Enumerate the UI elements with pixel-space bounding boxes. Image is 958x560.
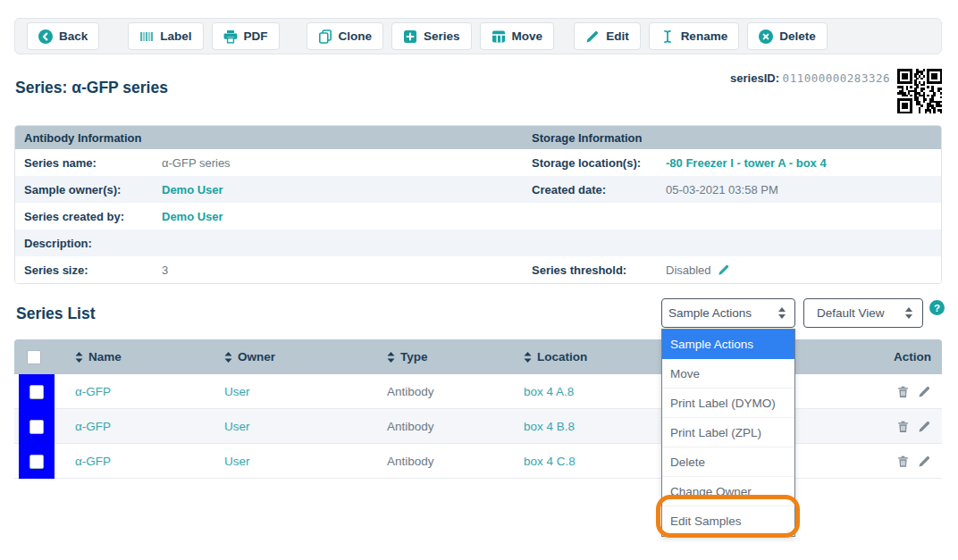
storage-info-header: Storage Information [532, 131, 941, 145]
sample-actions-menu: Sample Actions Move Print Label (DYMO) P… [661, 329, 795, 537]
delete-button[interactable]: Delete [747, 22, 828, 50]
sample-owner-label: Sample owner(s): [24, 183, 162, 196]
menu-item-edit-samples[interactable]: Edit Samples [662, 506, 794, 536]
sample-name-link[interactable]: α-GFP [75, 420, 111, 433]
text-cursor-icon [660, 29, 675, 44]
pdf-button-label: PDF [244, 29, 268, 43]
updown-arrows-icon [904, 307, 913, 319]
series-name-label: Series name: [24, 156, 162, 170]
edit-threshold-pencil-icon[interactable] [718, 263, 730, 276]
edit-button[interactable]: Edit [574, 22, 641, 50]
series-created-by-link[interactable]: Demo User [162, 210, 532, 223]
row-checkbox[interactable] [29, 385, 44, 399]
info-table: Antibody Information Storage Information… [14, 125, 942, 284]
column-header-type[interactable]: Location Type [383, 350, 520, 364]
move-button-label: Move [512, 29, 543, 43]
created-date-value: 05-03-2021 03:58 PM [666, 183, 941, 196]
row-select-cell[interactable] [19, 409, 55, 444]
delete-row-trash-icon[interactable] [896, 420, 910, 433]
sample-name-link[interactable]: α-GFP [75, 385, 111, 398]
sample-owner-link[interactable]: Demo User [162, 183, 532, 196]
menu-item-change-owner[interactable]: Change Owner [662, 477, 794, 506]
antibody-info-header: Antibody Information [24, 131, 532, 145]
location-link[interactable]: box 4 C.8 [524, 455, 576, 468]
series-size-value: 3 [162, 263, 532, 277]
plus-square-icon [403, 29, 417, 44]
clone-button[interactable]: Clone [307, 22, 384, 50]
clone-button-label: Clone [339, 29, 373, 43]
series-threshold-value: Disabled [666, 263, 711, 277]
edit-row-pencil-icon[interactable] [918, 385, 931, 398]
page-title: Series: α-GFP series [15, 79, 168, 97]
table-row: α-GFP User Antibody box 4 B.8 [14, 409, 942, 444]
storage-location-link[interactable]: -80 Freezer I - tower A - box 4 [666, 156, 941, 170]
sort-icon [524, 352, 532, 363]
printer-icon [223, 29, 238, 44]
delete-row-trash-icon[interactable] [896, 385, 910, 398]
edit-button-label: Edit [606, 29, 629, 43]
owner-link[interactable]: User [224, 455, 250, 468]
table-icon [492, 29, 506, 44]
sort-icon [224, 352, 232, 363]
sort-icon [387, 352, 395, 363]
menu-item-move[interactable]: Move [662, 359, 794, 389]
location-link[interactable]: box 4 A.8 [524, 385, 574, 398]
location-link[interactable]: box 4 B.8 [524, 420, 575, 433]
menu-item-delete[interactable]: Delete [662, 447, 794, 477]
owner-link[interactable]: User [224, 385, 250, 398]
delete-button-label: Delete [779, 29, 816, 43]
storage-location-label: Storage location(s): [532, 156, 666, 170]
back-button-label: Back [59, 29, 88, 43]
owner-link[interactable]: User [224, 420, 250, 433]
menu-item-sample-actions[interactable]: Sample Actions [662, 330, 794, 359]
type-value: Antibody [387, 455, 434, 468]
label-button[interactable]: Label [128, 22, 203, 50]
sample-actions-select-value: Sample Actions [668, 306, 752, 320]
series-threshold-label: Series threshold: [532, 263, 666, 277]
back-circle-icon [38, 29, 53, 44]
rename-button-label: Rename [681, 29, 728, 43]
sample-name-link[interactable]: α-GFP [75, 455, 111, 468]
x-circle-icon [759, 29, 773, 44]
move-button[interactable]: Move [480, 22, 555, 50]
toolbar: Back Label PDF Clone Series Move Edit R [14, 18, 942, 54]
row-checkbox[interactable] [29, 455, 44, 469]
info-row: Description: [15, 230, 941, 256]
sort-icon [75, 352, 83, 363]
select-all-checkbox[interactable] [27, 350, 41, 364]
menu-item-print-label-zpl[interactable]: Print Label (ZPL) [662, 418, 794, 447]
view-select[interactable]: Default View [803, 298, 923, 328]
row-select-cell[interactable] [19, 374, 55, 409]
description-label: Description: [24, 237, 162, 250]
column-header-name[interactable]: Name [71, 350, 221, 364]
menu-item-print-label-dymo[interactable]: Print Label (DYMO) [662, 389, 794, 418]
column-header-owner[interactable]: Owner [221, 350, 383, 364]
info-row: Sample owner(s): Demo User Created date:… [15, 176, 941, 203]
view-select-value: Default View [817, 306, 885, 320]
series-table: Name Owner Location Type Location Action… [14, 339, 942, 479]
series-id-label: seriesID: [730, 71, 779, 85]
type-value: Antibody [387, 385, 434, 398]
info-row: Series size: 3 Series threshold: Disable… [15, 256, 941, 283]
series-created-by-label: Series created by: [24, 210, 162, 223]
series-table-header: Name Owner Location Type Location Action [14, 339, 942, 374]
sample-actions-select[interactable]: Sample Actions [661, 298, 795, 328]
row-select-cell[interactable] [19, 444, 55, 479]
back-button[interactable]: Back [27, 22, 99, 50]
series-id-block: seriesID: 011000000283326 [730, 69, 942, 113]
series-button[interactable]: Series [391, 22, 472, 50]
qr-code [897, 69, 942, 113]
rename-button[interactable]: Rename [649, 22, 740, 50]
edit-row-pencil-icon[interactable] [918, 455, 931, 468]
help-icon[interactable]: ? [929, 300, 945, 315]
delete-row-trash-icon[interactable] [896, 455, 910, 468]
row-checkbox[interactable] [29, 420, 44, 434]
edit-row-pencil-icon[interactable] [918, 420, 931, 433]
info-table-header: Antibody Information Storage Information [15, 126, 941, 149]
barcode-icon [139, 29, 154, 44]
series-name-value: α-GFP series [162, 156, 532, 170]
series-detail-page: Back Label PDF Clone Series Move Edit R [0, 0, 958, 560]
pdf-button[interactable]: PDF [212, 22, 280, 50]
series-list-title: Series List [16, 305, 96, 323]
series-size-label: Series size: [24, 263, 162, 277]
